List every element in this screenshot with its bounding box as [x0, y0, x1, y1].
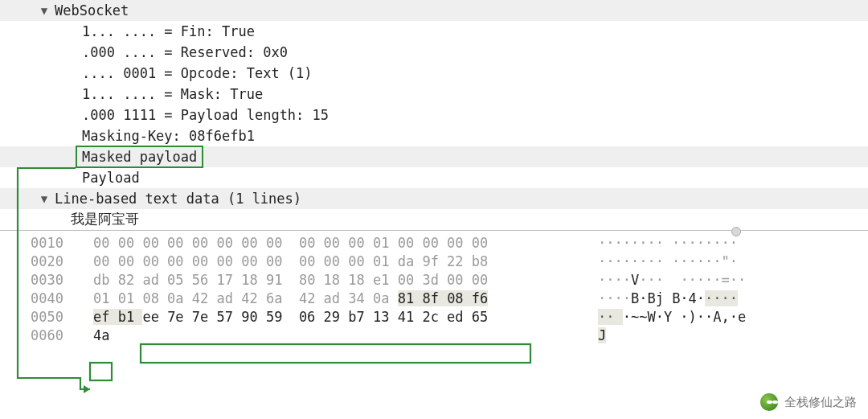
field-mask[interactable]: 1... .... = Mask: True [0, 84, 868, 105]
field-masking-key[interactable]: Masking-Key: 08f6efb1 [0, 125, 868, 146]
field-fin[interactable]: 1... .... = Fin: True [0, 21, 868, 42]
hex-ascii: ····V··· ·····=·· [583, 271, 746, 290]
hex-bytes: ef b1 ee 7e 7e 57 90 59 06 29 b7 13 41 2… [93, 308, 583, 327]
field-reserved[interactable]: .000 .... = Reserved: 0x0 [0, 42, 868, 63]
field-payload[interactable]: Payload [0, 167, 868, 188]
websocket-header[interactable]: ▼WebSocket [0, 0, 868, 21]
hex-offset: 0020 [0, 253, 93, 271]
hex-row[interactable]: 0010 00 00 00 00 00 00 00 00 00 00 00 01… [0, 234, 868, 253]
hex-ascii: ········ ········ [583, 234, 738, 253]
hex-row[interactable]: 0020 00 00 00 00 00 00 00 00 00 00 00 01… [0, 253, 868, 271]
tree-label: Line-based text data (1 lines) [55, 189, 301, 208]
hex-offset: 0030 [0, 271, 93, 290]
expand-icon[interactable]: ▼ [39, 189, 50, 208]
hex-offset: 0050 [0, 308, 93, 327]
svg-rect-0 [141, 344, 530, 363]
field-opcode[interactable]: .... 0001 = Opcode: Text (1) [0, 63, 868, 84]
tree-label: WebSocket [55, 1, 129, 20]
packet-details-pane: { "tree": { "ws_header": "WebSocket", "f… [0, 0, 868, 419]
hex-bytes: 00 00 00 00 00 00 00 00 00 00 00 01 00 0… [93, 234, 583, 253]
hex-offset: 0010 [0, 234, 93, 253]
hex-dump: 0010 00 00 00 00 00 00 00 00 00 00 00 01… [0, 231, 868, 345]
hex-row[interactable]: 0030 db 82 ad 05 56 17 18 91 80 18 18 e1… [0, 271, 868, 290]
hex-row[interactable]: 0060 4a J [0, 327, 868, 345]
hex-ascii: J [583, 327, 606, 345]
divider-handle-icon[interactable] [731, 227, 741, 236]
hex-row[interactable]: 0050 ef b1 ee 7e 7e 57 90 59 06 29 b7 13… [0, 308, 868, 327]
field-masked-payload[interactable]: Masked payload [0, 146, 868, 167]
annotation-box: Masked payload [76, 146, 203, 168]
hex-row[interactable]: 0040 01 01 08 0a 42 ad 42 6a 42 ad 34 0a… [0, 290, 868, 308]
watermark: 全栈修仙之路 [760, 393, 857, 411]
hex-offset: 0040 [0, 290, 93, 308]
hex-ascii: ········ ······"· [583, 253, 738, 271]
svg-rect-1 [90, 363, 112, 380]
field-payload-length[interactable]: .000 1111 = Payload length: 15 [0, 105, 868, 125]
hex-bytes: db 82 ad 05 56 17 18 91 80 18 18 e1 00 3… [93, 271, 583, 290]
hex-bytes: 00 00 00 00 00 00 00 00 00 00 00 01 da 9… [93, 253, 583, 271]
hex-ascii: ····B·Bj B·4····· [583, 290, 738, 308]
hex-bytes: 01 01 08 0a 42 ad 42 6a 42 ad 34 0a 81 8… [93, 290, 583, 308]
hex-bytes: 4a [93, 327, 583, 345]
line-based-header[interactable]: ▼Line-based text data (1 lines) [0, 188, 868, 209]
hex-offset: 0060 [0, 327, 93, 345]
wechat-icon [760, 393, 778, 411]
protocol-tree: ▼WebSocket 1... .... = Fin: True .000 ..… [0, 0, 868, 230]
expand-icon[interactable]: ▼ [39, 1, 50, 20]
hex-ascii: ·· ·~~W·Y ·)··A,·e [583, 308, 746, 327]
watermark-text: 全栈修仙之路 [784, 395, 857, 410]
